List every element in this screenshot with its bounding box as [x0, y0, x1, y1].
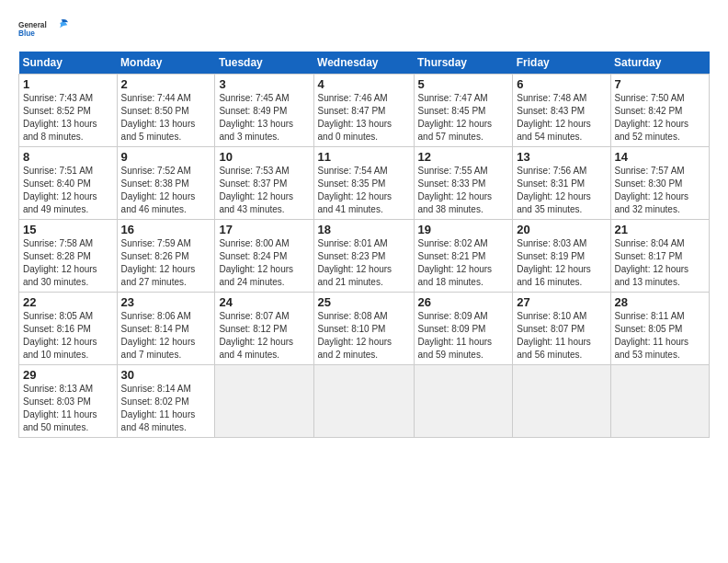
- weekday-header: Sunday: [19, 52, 118, 75]
- calendar-cell: 3Sunrise: 7:45 AM Sunset: 8:49 PM Daylig…: [215, 75, 313, 147]
- calendar-cell: 19Sunrise: 8:02 AM Sunset: 8:21 PM Dayli…: [414, 220, 513, 293]
- calendar-cell: 13Sunrise: 7:56 AM Sunset: 8:31 PM Dayli…: [513, 147, 610, 220]
- calendar-cell: 4Sunrise: 7:46 AM Sunset: 8:47 PM Daylig…: [313, 75, 414, 147]
- day-info: Sunrise: 7:50 AM Sunset: 8:42 PM Dayligh…: [615, 92, 706, 144]
- weekday-header: Thursday: [414, 52, 513, 75]
- weekday-header: Tuesday: [215, 52, 313, 75]
- header-row: SundayMondayTuesdayWednesdayThursdayFrid…: [19, 52, 710, 75]
- calendar-cell: 2Sunrise: 7:44 AM Sunset: 8:50 PM Daylig…: [117, 75, 215, 147]
- calendar-cell: 8Sunrise: 7:51 AM Sunset: 8:40 PM Daylig…: [19, 147, 118, 220]
- calendar-cell: 29Sunrise: 8:13 AM Sunset: 8:03 PM Dayli…: [19, 365, 118, 438]
- day-number: 7: [615, 77, 706, 91]
- day-info: Sunrise: 7:51 AM Sunset: 8:40 PM Dayligh…: [23, 165, 113, 216]
- day-info: Sunrise: 8:06 AM Sunset: 8:14 PM Dayligh…: [121, 310, 211, 362]
- calendar-cell: 12Sunrise: 7:55 AM Sunset: 8:33 PM Dayli…: [414, 147, 513, 220]
- calendar-cell: 24Sunrise: 8:07 AM Sunset: 8:12 PM Dayli…: [215, 293, 313, 365]
- day-info: Sunrise: 8:00 AM Sunset: 8:24 PM Dayligh…: [219, 237, 309, 289]
- calendar-cell: 5Sunrise: 7:47 AM Sunset: 8:45 PM Daylig…: [414, 75, 513, 147]
- day-number: 3: [219, 77, 309, 91]
- weekday-header: Wednesday: [313, 52, 414, 75]
- day-info: Sunrise: 8:02 AM Sunset: 8:21 PM Dayligh…: [418, 237, 509, 289]
- day-number: 6: [517, 77, 606, 91]
- day-info: Sunrise: 8:11 AM Sunset: 8:05 PM Dayligh…: [615, 310, 706, 362]
- calendar-cell: 7Sunrise: 7:50 AM Sunset: 8:42 PM Daylig…: [610, 75, 710, 147]
- day-info: Sunrise: 7:53 AM Sunset: 8:37 PM Dayligh…: [219, 165, 309, 216]
- calendar-cell: 22Sunrise: 8:05 AM Sunset: 8:16 PM Dayli…: [19, 293, 118, 365]
- calendar-week-row: 15Sunrise: 7:58 AM Sunset: 8:28 PM Dayli…: [19, 220, 710, 293]
- day-info: Sunrise: 8:04 AM Sunset: 8:17 PM Dayligh…: [615, 237, 706, 289]
- day-number: 19: [418, 223, 509, 236]
- svg-text:General: General: [18, 21, 47, 29]
- day-number: 10: [219, 150, 309, 164]
- calendar-cell: 15Sunrise: 7:58 AM Sunset: 8:28 PM Dayli…: [19, 220, 118, 293]
- day-info: Sunrise: 7:57 AM Sunset: 8:30 PM Dayligh…: [615, 165, 706, 216]
- calendar-cell: 10Sunrise: 7:53 AM Sunset: 8:37 PM Dayli…: [215, 147, 313, 220]
- calendar-cell: 6Sunrise: 7:48 AM Sunset: 8:43 PM Daylig…: [513, 75, 610, 147]
- calendar-cell: [610, 365, 710, 438]
- calendar-cell: 18Sunrise: 8:01 AM Sunset: 8:23 PM Dayli…: [313, 220, 414, 293]
- day-number: 23: [121, 295, 211, 309]
- calendar-cell: [313, 365, 414, 438]
- weekday-header: Saturday: [610, 52, 710, 75]
- day-info: Sunrise: 8:09 AM Sunset: 8:09 PM Dayligh…: [418, 310, 509, 362]
- day-info: Sunrise: 7:47 AM Sunset: 8:45 PM Dayligh…: [418, 92, 509, 144]
- day-info: Sunrise: 8:08 AM Sunset: 8:10 PM Dayligh…: [318, 310, 410, 362]
- day-number: 4: [318, 77, 410, 91]
- calendar-cell: 26Sunrise: 8:09 AM Sunset: 8:09 PM Dayli…: [414, 293, 513, 365]
- calendar-week-row: 1Sunrise: 7:43 AM Sunset: 8:52 PM Daylig…: [19, 75, 710, 147]
- calendar-cell: 21Sunrise: 8:04 AM Sunset: 8:17 PM Dayli…: [610, 220, 710, 293]
- calendar-table: SundayMondayTuesdayWednesdayThursdayFrid…: [18, 52, 710, 438]
- svg-text:Blue: Blue: [18, 29, 35, 38]
- calendar-cell: [513, 365, 610, 438]
- calendar-cell: [414, 365, 513, 438]
- day-info: Sunrise: 8:13 AM Sunset: 8:03 PM Dayligh…: [23, 383, 113, 434]
- day-info: Sunrise: 7:55 AM Sunset: 8:33 PM Dayligh…: [418, 165, 509, 216]
- day-number: 13: [517, 150, 606, 164]
- day-info: Sunrise: 7:58 AM Sunset: 8:28 PM Dayligh…: [23, 237, 113, 289]
- day-info: Sunrise: 8:14 AM Sunset: 8:02 PM Dayligh…: [121, 383, 211, 434]
- weekday-header: Friday: [513, 52, 610, 75]
- day-info: Sunrise: 7:59 AM Sunset: 8:26 PM Dayligh…: [121, 237, 211, 289]
- day-number: 26: [418, 295, 509, 309]
- day-info: Sunrise: 7:44 AM Sunset: 8:50 PM Dayligh…: [121, 92, 211, 144]
- day-number: 16: [121, 223, 211, 236]
- page: General Blue SundayMondayTuesdayWednesda…: [0, 0, 728, 447]
- day-info: Sunrise: 7:54 AM Sunset: 8:35 PM Dayligh…: [318, 165, 410, 216]
- day-info: Sunrise: 7:48 AM Sunset: 8:43 PM Dayligh…: [517, 92, 606, 144]
- day-info: Sunrise: 7:52 AM Sunset: 8:38 PM Dayligh…: [121, 165, 211, 216]
- calendar-cell: 16Sunrise: 7:59 AM Sunset: 8:26 PM Dayli…: [117, 220, 215, 293]
- day-info: Sunrise: 8:05 AM Sunset: 8:16 PM Dayligh…: [23, 310, 113, 362]
- day-number: 29: [23, 368, 113, 382]
- calendar-cell: 30Sunrise: 8:14 AM Sunset: 8:02 PM Dayli…: [117, 365, 215, 438]
- day-number: 1: [23, 77, 113, 91]
- day-info: Sunrise: 8:01 AM Sunset: 8:23 PM Dayligh…: [318, 237, 410, 289]
- calendar-week-row: 22Sunrise: 8:05 AM Sunset: 8:16 PM Dayli…: [19, 293, 710, 365]
- day-number: 11: [318, 150, 410, 164]
- calendar-cell: 20Sunrise: 8:03 AM Sunset: 8:19 PM Dayli…: [513, 220, 610, 293]
- day-number: 20: [517, 223, 606, 236]
- logo-icon: General Blue: [18, 15, 74, 42]
- day-info: Sunrise: 7:46 AM Sunset: 8:47 PM Dayligh…: [318, 92, 410, 144]
- day-number: 17: [219, 223, 309, 236]
- day-number: 2: [121, 77, 211, 91]
- day-number: 21: [615, 223, 706, 236]
- day-info: Sunrise: 7:45 AM Sunset: 8:49 PM Dayligh…: [219, 92, 309, 144]
- day-number: 12: [418, 150, 509, 164]
- day-info: Sunrise: 7:43 AM Sunset: 8:52 PM Dayligh…: [23, 92, 113, 144]
- day-number: 18: [318, 223, 410, 236]
- calendar-week-row: 29Sunrise: 8:13 AM Sunset: 8:03 PM Dayli…: [19, 365, 710, 438]
- day-info: Sunrise: 8:03 AM Sunset: 8:19 PM Dayligh…: [517, 237, 606, 289]
- day-info: Sunrise: 8:10 AM Sunset: 8:07 PM Dayligh…: [517, 310, 606, 362]
- day-number: 28: [615, 295, 706, 309]
- calendar-cell: [215, 365, 313, 438]
- day-info: Sunrise: 7:56 AM Sunset: 8:31 PM Dayligh…: [517, 165, 606, 216]
- calendar-cell: 14Sunrise: 7:57 AM Sunset: 8:30 PM Dayli…: [610, 147, 710, 220]
- day-number: 22: [23, 295, 113, 309]
- calendar-cell: 28Sunrise: 8:11 AM Sunset: 8:05 PM Dayli…: [610, 293, 710, 365]
- calendar-cell: 1Sunrise: 7:43 AM Sunset: 8:52 PM Daylig…: [19, 75, 118, 147]
- day-number: 9: [121, 150, 211, 164]
- calendar-cell: 27Sunrise: 8:10 AM Sunset: 8:07 PM Dayli…: [513, 293, 610, 365]
- day-number: 15: [23, 223, 113, 236]
- day-number: 5: [418, 77, 509, 91]
- logo: General Blue: [18, 15, 74, 42]
